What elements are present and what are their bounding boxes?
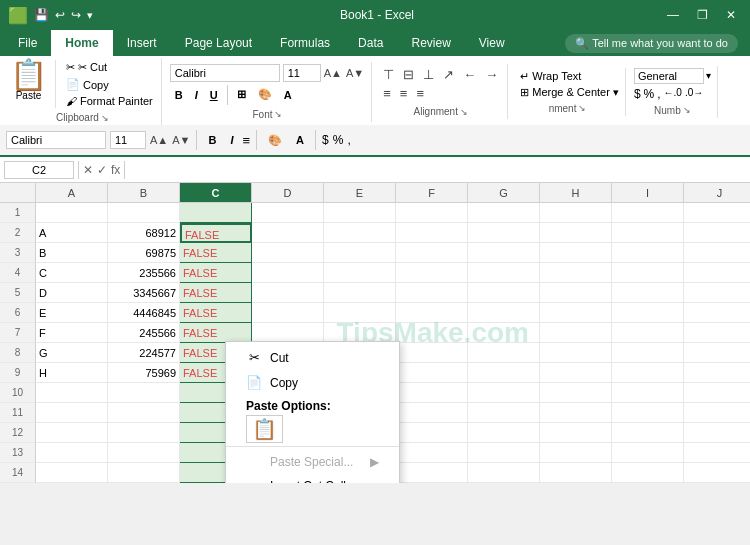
align-right-button[interactable]: ≡ bbox=[413, 85, 427, 102]
mini-decrease-font[interactable]: A▼ bbox=[172, 134, 190, 146]
cell-g3[interactable] bbox=[468, 243, 540, 263]
col-header-c[interactable]: C bbox=[180, 183, 252, 202]
cell-a8[interactable]: G bbox=[36, 343, 108, 363]
align-bottom-button[interactable]: ⊥ bbox=[420, 66, 437, 83]
cell-h6[interactable] bbox=[540, 303, 612, 323]
font-size-field[interactable] bbox=[283, 64, 321, 82]
paste-button[interactable]: 📋 Paste bbox=[10, 60, 56, 108]
tab-home[interactable]: Home bbox=[51, 30, 112, 56]
cell-b6[interactable]: 4446845 bbox=[108, 303, 180, 323]
cell-g5[interactable] bbox=[468, 283, 540, 303]
maximize-btn[interactable]: ❐ bbox=[691, 6, 714, 24]
tab-insert[interactable]: Insert bbox=[113, 30, 171, 56]
cell-a3[interactable]: B bbox=[36, 243, 108, 263]
comma-button[interactable]: , bbox=[657, 87, 660, 101]
redo-icon[interactable]: ↪ bbox=[71, 8, 81, 22]
font-expand[interactable]: ↘ bbox=[274, 109, 282, 119]
cell-f9[interactable] bbox=[396, 363, 468, 383]
ctx-copy[interactable]: 📄 Copy bbox=[226, 370, 399, 395]
cell-j10[interactable] bbox=[684, 383, 750, 403]
cell-a2[interactable]: A bbox=[36, 223, 108, 243]
customize-qat[interactable]: ▾ bbox=[87, 9, 93, 22]
cell-e7[interactable] bbox=[324, 323, 396, 343]
mini-dollar-button[interactable]: $ bbox=[322, 133, 329, 147]
font-name-input[interactable] bbox=[170, 64, 280, 82]
cell-i10[interactable] bbox=[612, 383, 684, 403]
format-painter-button[interactable]: 🖌 Format Painter bbox=[64, 94, 155, 108]
cell-b2[interactable]: 68912 bbox=[108, 223, 180, 243]
cell-e1[interactable] bbox=[324, 203, 396, 223]
cell-h8[interactable] bbox=[540, 343, 612, 363]
increase-decimal-button[interactable]: .0→ bbox=[685, 87, 703, 101]
ctx-paste-btn[interactable]: 📋 bbox=[246, 415, 283, 443]
cell-f8[interactable] bbox=[396, 343, 468, 363]
col-header-h[interactable]: H bbox=[540, 183, 612, 202]
cut-button[interactable]: ✂ ✂ Cut bbox=[64, 60, 155, 75]
mini-bold-button[interactable]: B bbox=[203, 131, 221, 149]
cell-a1[interactable] bbox=[36, 203, 108, 223]
cell-c7[interactable]: FALSE bbox=[180, 323, 252, 343]
cell-g6[interactable] bbox=[468, 303, 540, 323]
cell-g10[interactable] bbox=[468, 383, 540, 403]
cell-g4[interactable] bbox=[468, 263, 540, 283]
cell-j4[interactable] bbox=[684, 263, 750, 283]
cell-h1[interactable] bbox=[540, 203, 612, 223]
cell-b5[interactable]: 3345667 bbox=[108, 283, 180, 303]
decrease-font-size[interactable]: A▼ bbox=[345, 67, 365, 79]
ctx-cut[interactable]: ✂ Cut bbox=[226, 345, 399, 370]
cell-a5[interactable]: D bbox=[36, 283, 108, 303]
indent-left-button[interactable]: ← bbox=[460, 66, 479, 83]
cell-e3[interactable] bbox=[324, 243, 396, 263]
cell-h10[interactable] bbox=[540, 383, 612, 403]
cell-i5[interactable] bbox=[612, 283, 684, 303]
cell-j6[interactable] bbox=[684, 303, 750, 323]
italic-button[interactable]: I bbox=[190, 86, 203, 104]
cell-e4[interactable] bbox=[324, 263, 396, 283]
font-color-button[interactable]: A bbox=[279, 86, 297, 104]
close-btn[interactable]: ✕ bbox=[720, 6, 742, 24]
tab-view[interactable]: View bbox=[465, 30, 519, 56]
undo-icon[interactable]: ↩ bbox=[55, 8, 65, 22]
mini-font-input[interactable] bbox=[6, 131, 106, 149]
cell-f1[interactable] bbox=[396, 203, 468, 223]
col-header-j[interactable]: J bbox=[684, 183, 750, 202]
tab-page-layout[interactable]: Page Layout bbox=[171, 30, 266, 56]
align-middle-button[interactable]: ⊟ bbox=[400, 66, 417, 83]
tab-formulas[interactable]: Formulas bbox=[266, 30, 344, 56]
cell-i8[interactable] bbox=[612, 343, 684, 363]
cell-reference-input[interactable] bbox=[4, 161, 74, 179]
col-header-e[interactable]: E bbox=[324, 183, 396, 202]
tab-file[interactable]: File bbox=[4, 30, 51, 56]
col-header-f[interactable]: F bbox=[396, 183, 468, 202]
cell-d5[interactable] bbox=[252, 283, 324, 303]
cell-h4[interactable] bbox=[540, 263, 612, 283]
wrap-text-button[interactable]: ↵ Wrap Text bbox=[520, 70, 619, 83]
merge-center-button[interactable]: ⊞ Merge & Center ▾ bbox=[520, 86, 619, 99]
align-center-button[interactable]: ≡ bbox=[397, 85, 411, 102]
clipboard-expand[interactable]: ↘ bbox=[101, 113, 109, 123]
cell-f6[interactable] bbox=[396, 303, 468, 323]
cell-e6[interactable] bbox=[324, 303, 396, 323]
cell-i3[interactable] bbox=[612, 243, 684, 263]
cell-h3[interactable] bbox=[540, 243, 612, 263]
tab-data[interactable]: Data bbox=[344, 30, 397, 56]
decrease-decimal-button[interactable]: ←.0 bbox=[664, 87, 682, 101]
cell-d7[interactable] bbox=[252, 323, 324, 343]
alignment-expand[interactable]: ↘ bbox=[460, 107, 468, 117]
cell-g1[interactable] bbox=[468, 203, 540, 223]
number-expand[interactable]: ↘ bbox=[683, 105, 691, 115]
cancel-formula-icon[interactable]: ✕ bbox=[83, 163, 93, 177]
cell-b1[interactable] bbox=[108, 203, 180, 223]
cell-i7[interactable] bbox=[612, 323, 684, 343]
mini-font-color-button[interactable]: A bbox=[291, 131, 309, 149]
cell-b10[interactable] bbox=[108, 383, 180, 403]
cell-b8[interactable]: 224577 bbox=[108, 343, 180, 363]
cell-c2[interactable]: FALSE bbox=[180, 223, 252, 243]
cell-f4[interactable] bbox=[396, 263, 468, 283]
cell-a10[interactable] bbox=[36, 383, 108, 403]
mini-increase-font[interactable]: A▲ bbox=[150, 134, 168, 146]
cell-a6[interactable]: E bbox=[36, 303, 108, 323]
indent-right-button[interactable]: → bbox=[482, 66, 501, 83]
copy-button[interactable]: 📄 Copy bbox=[64, 77, 155, 92]
mini-align-button[interactable]: ≡ bbox=[242, 133, 250, 148]
